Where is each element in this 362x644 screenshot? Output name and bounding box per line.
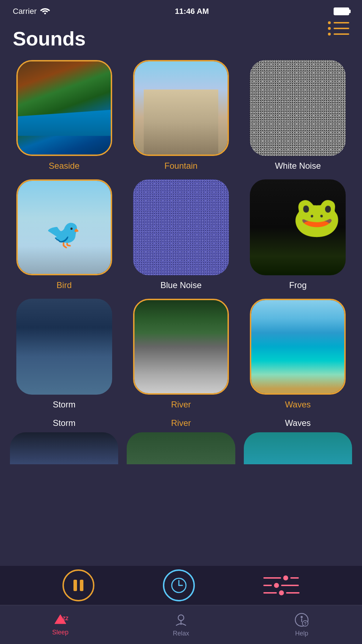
tab-help[interactable]: ? Help: [280, 612, 323, 637]
svg-point-11: [301, 616, 303, 618]
slider-knob-1: [283, 575, 288, 580]
menu-dot-3: [328, 33, 331, 36]
carrier-info: Carrier: [13, 6, 50, 16]
slider-line-2: [263, 583, 300, 588]
menu-button[interactable]: [328, 21, 349, 36]
blue-noise-image: [133, 179, 229, 275]
tab-label-help: Help: [295, 630, 308, 637]
sound-item-blue-noise[interactable]: Blue Noise: [127, 179, 235, 290]
sound-label-bird: Bird: [56, 280, 72, 290]
sound-item-waves[interactable]: Waves: [244, 299, 352, 410]
sound-label-blue-noise: Blue Noise: [160, 280, 202, 290]
sound-item-fountain[interactable]: Fountain: [127, 60, 235, 171]
svg-text:?: ?: [304, 621, 307, 626]
white-noise-image: [250, 60, 346, 156]
svg-point-6: [178, 615, 184, 621]
sound-item-storm[interactable]: Storm: [10, 299, 118, 410]
menu-dash-2: [334, 28, 349, 29]
battery-indicator: [334, 7, 349, 15]
sound-thumb-frog: [250, 179, 346, 275]
pause-circle: [62, 569, 94, 601]
slider-track-2b: [281, 585, 299, 586]
partial-label-waves: Waves: [244, 418, 352, 428]
tab-sleep[interactable]: ZZ Sleep: [39, 613, 82, 636]
menu-dot-1: [328, 21, 331, 24]
partial-thumbs: [10, 432, 352, 464]
menu-dot-2: [328, 27, 331, 30]
waves-image: [251, 300, 344, 393]
status-bar: Carrier 11:46 AM: [0, 0, 362, 20]
slider-knob-2: [274, 583, 279, 588]
sound-thumb-river: [133, 299, 229, 395]
tab-label-sleep: Sleep: [52, 629, 68, 636]
frog-image: [250, 179, 346, 275]
sound-thumb-fountain: [133, 60, 229, 156]
svg-point-0: [44, 13, 46, 15]
pause-bar-left: [73, 580, 77, 591]
pause-button[interactable]: [62, 569, 94, 601]
relax-icon: [173, 612, 189, 628]
sound-label-frog: Frog: [289, 280, 307, 290]
partial-thumb-storm: [10, 432, 118, 464]
clock-circle: [163, 569, 195, 601]
sound-label-storm: Storm: [53, 400, 76, 410]
sound-grid: Seaside Fountain White Noise Bird Blue N…: [0, 60, 362, 410]
partial-row: Storm River Waves: [0, 418, 362, 464]
pause-bar-right: [80, 580, 83, 591]
slider-line-1: [263, 575, 300, 580]
partial-labels: Storm River Waves: [10, 418, 352, 428]
sound-label-river: River: [171, 400, 191, 410]
menu-dash-3: [334, 33, 349, 35]
help-icon: ?: [294, 612, 309, 628]
status-time: 11:46 AM: [175, 7, 209, 16]
sound-label-waves: Waves: [285, 400, 311, 410]
battery-icon: [334, 7, 349, 15]
pause-icon: [73, 580, 83, 591]
sliders-button[interactable]: [263, 575, 300, 595]
sound-item-bird[interactable]: Bird: [10, 179, 118, 290]
partial-label-storm: Storm: [10, 418, 118, 428]
sound-label-white-noise: White Noise: [275, 161, 321, 171]
sound-thumb-white-noise: [250, 60, 346, 156]
svg-text:ZZ: ZZ: [62, 616, 68, 621]
sleep-icon: ZZ: [53, 613, 68, 627]
slider-track-1: [263, 577, 281, 579]
slider-track-2: [263, 585, 272, 586]
sound-thumb-waves: [250, 299, 346, 395]
fountain-image: [135, 61, 227, 155]
sound-thumb-storm: [16, 299, 112, 395]
sliders-icon: [263, 575, 300, 595]
sound-thumb-blue-noise: [133, 179, 229, 275]
tab-bar: ZZ Sleep Relax ? Help: [0, 605, 362, 644]
page-title: Sounds: [0, 20, 362, 60]
slider-track-3b: [286, 592, 300, 594]
wifi-icon: [40, 6, 50, 16]
sound-label-seaside: Seaside: [49, 161, 79, 171]
menu-dash-1: [334, 22, 349, 23]
sound-thumb-seaside: [16, 60, 112, 156]
partial-thumb-waves-small: [244, 432, 352, 464]
sound-item-seaside[interactable]: Seaside: [10, 60, 118, 171]
tab-label-relax: Relax: [173, 630, 189, 637]
storm-image: [16, 299, 112, 395]
carrier-text: Carrier: [13, 7, 37, 16]
partial-thumb-river-small: [127, 432, 235, 464]
river-image: [135, 300, 227, 393]
sound-item-frog[interactable]: Frog: [244, 179, 352, 290]
slider-track-3: [263, 592, 277, 594]
tab-relax[interactable]: Relax: [160, 612, 202, 637]
seaside-image: [18, 61, 111, 155]
slider-line-3: [263, 590, 300, 595]
sound-thumb-bird: [16, 179, 112, 275]
clock-icon: [170, 576, 188, 595]
clock-button[interactable]: [163, 569, 195, 601]
sound-item-river[interactable]: River: [127, 299, 235, 410]
slider-track-1b: [290, 577, 299, 579]
partial-label-river: River: [127, 418, 235, 428]
player-bar: [0, 566, 362, 605]
bird-image: [18, 181, 111, 274]
sound-item-white-noise[interactable]: White Noise: [244, 60, 352, 171]
sound-label-fountain: Fountain: [164, 161, 197, 171]
slider-knob-3: [279, 590, 284, 595]
